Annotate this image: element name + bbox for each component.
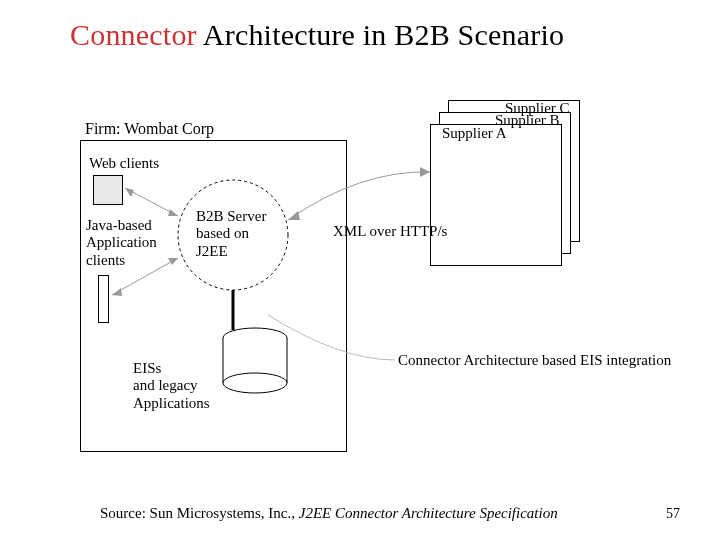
svg-marker-3 (125, 188, 134, 197)
xml-http-label: XML over HTTP/s (333, 223, 447, 240)
connector-note-label: Connector Architecture based EIS integra… (398, 352, 671, 369)
source-prefix: Source: Sun Microsystems, Inc., (100, 505, 299, 521)
svg-line-4 (112, 258, 178, 295)
diagram-container: Firm: Wombat Corp Web clients Java-based… (0, 60, 720, 480)
b2b-circle-svg (0, 60, 720, 480)
title-part2: Architecture in B2B Scenario (197, 18, 564, 51)
supplier-a-box (430, 124, 562, 266)
svg-marker-14 (420, 167, 430, 177)
svg-point-12 (223, 373, 287, 393)
svg-marker-2 (168, 209, 178, 216)
slide-source: Source: Sun Microsystems, Inc., J2EE Con… (100, 505, 558, 522)
slide-title: Connector Architecture in B2B Scenario (70, 18, 680, 52)
title-part1: Connector (70, 18, 197, 51)
b2b-server-label: B2B Server based on J2EE (196, 208, 266, 260)
eis-legacy-label: EISs and legacy Applications (133, 360, 210, 412)
svg-marker-13 (288, 211, 300, 220)
supplier-a-label: Supplier A (442, 125, 507, 142)
source-title: J2EE Connector Architecture Specificatio… (299, 505, 558, 521)
svg-marker-6 (112, 288, 122, 296)
svg-marker-5 (168, 258, 178, 265)
page-number: 57 (666, 506, 680, 522)
